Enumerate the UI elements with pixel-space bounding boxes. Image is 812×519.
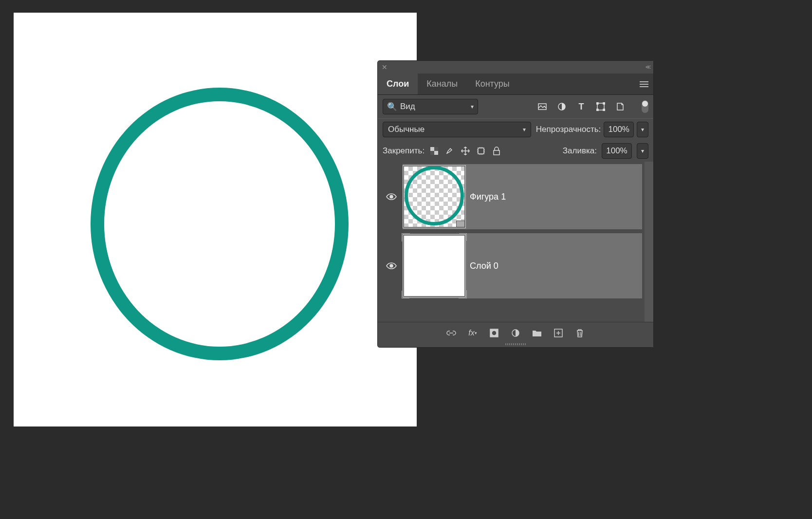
panel-resize-grip[interactable]: [378, 343, 653, 347]
panel-tabs: Слои Каналы Контуры: [378, 74, 653, 95]
blend-opacity-row: Обычные ▾ Непрозрачность: 100% ▾: [378, 118, 653, 140]
filter-shape-icon[interactable]: [596, 102, 606, 111]
link-layers-icon[interactable]: [446, 328, 456, 338]
search-icon: 🔍: [387, 102, 397, 112]
panel-footer: fx ▾: [378, 322, 653, 343]
lock-label: Закрепить:: [383, 146, 424, 156]
layer-filter-row: 🔍 Вид ▾ T: [378, 95, 653, 118]
delete-layer-icon[interactable]: [575, 328, 585, 338]
new-group-icon[interactable]: [532, 328, 542, 338]
blend-mode-select[interactable]: Обычные ▾: [383, 122, 531, 137]
panel-menu-icon[interactable]: [635, 81, 653, 87]
layer-item-background[interactable]: Слой 0: [380, 233, 642, 298]
add-adjustment-icon[interactable]: [511, 328, 520, 338]
filter-adjustment-icon[interactable]: [557, 102, 567, 111]
svg-rect-10: [478, 148, 484, 154]
svg-rect-3: [596, 102, 598, 104]
fill-label: Заливка:: [563, 146, 597, 156]
filter-toggle[interactable]: [642, 100, 648, 113]
filter-pixel-icon[interactable]: [537, 102, 547, 111]
opacity-dropdown[interactable]: ▾: [637, 122, 648, 137]
panel-titlebar[interactable]: ✕ <<: [378, 61, 653, 74]
fill-input[interactable]: 100%: [602, 143, 632, 159]
lock-fill-row: Закрепить: Заливка: 100% ▾: [378, 140, 653, 162]
layer-fx-icon[interactable]: fx ▾: [468, 328, 478, 338]
layer-name[interactable]: Слой 0: [470, 261, 498, 271]
svg-point-12: [390, 195, 393, 198]
svg-rect-9: [434, 151, 438, 155]
svg-point-15: [492, 331, 497, 335]
visibility-toggle[interactable]: [380, 164, 403, 229]
chevron-down-icon: ▾: [471, 103, 474, 110]
shape-circle[interactable]: [91, 88, 349, 360]
add-mask-icon[interactable]: [489, 328, 499, 338]
scrollbar[interactable]: [645, 162, 653, 322]
filter-smartobject-icon[interactable]: [615, 102, 625, 111]
layer-name[interactable]: Фигура 1: [470, 192, 506, 202]
lock-transparency-icon[interactable]: [429, 146, 439, 156]
lock-all-icon[interactable]: [492, 146, 501, 156]
chevron-down-icon: ▾: [523, 126, 526, 133]
svg-rect-4: [603, 102, 605, 104]
tab-channels[interactable]: Каналы: [418, 74, 466, 94]
svg-rect-5: [596, 109, 598, 111]
svg-point-13: [390, 264, 393, 267]
document-canvas[interactable]: [14, 13, 417, 426]
blend-mode-value: Обычные: [388, 125, 424, 134]
collapse-icon[interactable]: <<: [646, 64, 649, 71]
lock-artboard-icon[interactable]: [476, 146, 486, 156]
fill-dropdown[interactable]: ▾: [637, 143, 648, 159]
opacity-label: Непрозрачность:: [536, 125, 601, 134]
lock-position-icon[interactable]: [461, 146, 470, 156]
filter-type-icon[interactable]: T: [576, 102, 586, 111]
filter-kind-select[interactable]: 🔍 Вид ▾: [383, 99, 478, 114]
layers-panel: ✕ << Слои Каналы Контуры 🔍 Вид ▾ T Обычн…: [377, 60, 654, 348]
visibility-toggle[interactable]: [380, 233, 403, 298]
layer-thumbnail[interactable]: [403, 234, 466, 297]
close-icon[interactable]: ✕: [382, 63, 388, 71]
new-layer-icon[interactable]: [554, 328, 563, 338]
layer-item-shape[interactable]: Фигура 1: [380, 164, 642, 229]
layer-list: Фигура 1 Слой 0: [378, 162, 653, 322]
svg-rect-6: [603, 109, 605, 111]
layer-thumbnail[interactable]: [403, 165, 466, 228]
filter-kind-label: Вид: [400, 102, 415, 111]
svg-rect-8: [430, 147, 434, 151]
opacity-input[interactable]: 100%: [604, 122, 634, 137]
svg-rect-11: [494, 150, 499, 155]
tab-paths[interactable]: Контуры: [466, 74, 518, 94]
lock-image-icon[interactable]: [445, 146, 455, 156]
tab-layers[interactable]: Слои: [378, 74, 418, 94]
